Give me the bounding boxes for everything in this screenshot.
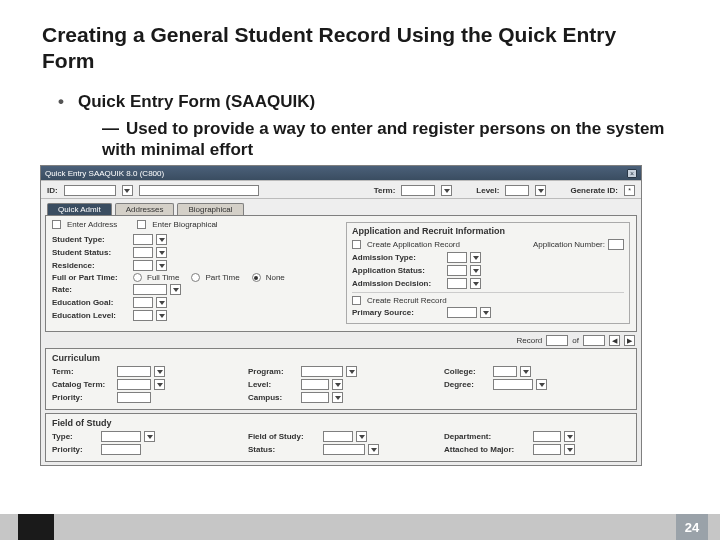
fos-status-lov-icon[interactable] [368,444,379,455]
tab-quick-admit[interactable]: Quick Admit [47,203,112,215]
id-lov-icon[interactable] [122,185,133,196]
record-total [583,335,605,346]
app-status-lov-icon[interactable] [470,265,481,276]
fos-field-lov-icon[interactable] [356,431,367,442]
fos-priority-label: Priority: [52,445,98,454]
close-icon[interactable]: × [627,169,637,178]
campus-lov-icon[interactable] [332,392,343,403]
student-status-label: Student Status: [52,248,130,257]
edu-level-lov-icon[interactable] [156,310,167,321]
prim-src-input[interactable] [447,307,477,318]
fos-attached-lov-icon[interactable] [564,444,575,455]
fos-type-lov-icon[interactable] [144,431,155,442]
residence-lov-icon[interactable] [156,260,167,271]
program-input[interactable] [301,366,343,377]
edu-level-label: Education Level: [52,311,130,320]
term-label: Term: [374,186,396,195]
edu-goal-lov-icon[interactable] [156,297,167,308]
student-status-input[interactable] [133,247,153,258]
level-lov-icon[interactable] [535,185,546,196]
id-input[interactable] [64,185,116,196]
college-input[interactable] [493,366,517,377]
residence-input[interactable] [133,260,153,271]
name-input[interactable] [139,185,259,196]
level-input[interactable] [505,185,529,196]
enter-bio-label: Enter Biographical [152,220,217,229]
edu-goal-input[interactable] [133,297,153,308]
window-titlebar: Quick Entry SAAQUIK 8.0 (C800) × [41,166,641,180]
program-lov-icon[interactable] [346,366,357,377]
key-block: ID: Term: Level: Generate ID: * [41,180,641,199]
fos-type-label: Type: [52,432,98,441]
enter-address-checkbox[interactable] [52,220,61,229]
create-recruit-checkbox[interactable] [352,296,361,305]
student-type-label: Student Type: [52,235,130,244]
campus-label: Campus: [248,393,298,402]
rate-lov-icon[interactable] [170,284,181,295]
quick-admit-panel: Enter Address Enter Biographical Student… [45,215,637,332]
edu-level-input[interactable] [133,310,153,321]
bullet-level-1: •Quick Entry Form (SAAQUIK) [58,92,678,112]
degree-lov-icon[interactable] [536,379,547,390]
bullet-level-2: —Used to provide a way to enter and regi… [102,118,678,161]
enter-address-label: Enter Address [67,220,117,229]
app-status-label: Application Status: [352,266,444,275]
prim-src-label: Primary Source: [352,308,444,317]
fos-type-input[interactable] [101,431,141,442]
curr-level-lov-icon[interactable] [332,379,343,390]
right-column: Application and Recruit Information Crea… [346,220,630,327]
rate-input[interactable] [133,284,167,295]
fos-status-input[interactable] [323,444,365,455]
curr-term-label: Term: [52,367,114,376]
student-type-input[interactable] [133,234,153,245]
adm-type-lov-icon[interactable] [470,252,481,263]
curr-level-input[interactable] [301,379,329,390]
generate-id-button[interactable]: * [624,185,635,196]
part-time-radio[interactable] [191,273,200,282]
slide-footer-bar [0,514,720,540]
create-app-label: Create Application Record [367,240,460,249]
fos-dept-label: Department: [444,432,530,441]
fos-priority-input[interactable] [101,444,141,455]
record-label: Record [517,336,543,345]
fos-field-input[interactable] [323,431,353,442]
record-current [546,335,568,346]
adm-type-input[interactable] [447,252,467,263]
tab-addresses[interactable]: Addresses [115,203,175,215]
next-record-icon[interactable]: ▶ [624,335,635,346]
term-lov-icon[interactable] [441,185,452,196]
tab-strip: Quick Admit Addresses Biographical [41,199,641,215]
student-status-lov-icon[interactable] [156,247,167,258]
prev-record-icon[interactable]: ◀ [609,335,620,346]
app-recruit-title: Application and Recruit Information [352,226,624,236]
term-input[interactable] [401,185,435,196]
prim-src-lov-icon[interactable] [480,307,491,318]
fos-dept-input[interactable] [533,431,561,442]
tab-biographical[interactable]: Biographical [177,203,243,215]
field-of-study-panel: Field of Study Type: Priority: Field of … [45,413,637,462]
fos-dept-lov-icon[interactable] [564,431,575,442]
bullet-1-text: Quick Entry Form (SAAQUIK) [78,92,315,111]
none-radio[interactable] [252,273,261,282]
full-time-radio[interactable] [133,273,142,282]
catalog-term-lov-icon[interactable] [154,379,165,390]
quick-entry-window: Quick Entry SAAQUIK 8.0 (C800) × ID: Ter… [40,165,642,466]
campus-input[interactable] [301,392,329,403]
adm-dec-input[interactable] [447,278,467,289]
app-status-input[interactable] [447,265,467,276]
enter-bio-checkbox[interactable] [137,220,146,229]
create-app-checkbox[interactable] [352,240,361,249]
program-label: Program: [248,367,298,376]
degree-input[interactable] [493,379,533,390]
catalog-term-input[interactable] [117,379,151,390]
app-number-input[interactable] [608,239,624,250]
curr-term-input[interactable] [117,366,151,377]
adm-dec-lov-icon[interactable] [470,278,481,289]
app-number-label: Application Number: [533,240,605,249]
residence-label: Residence: [52,261,130,270]
curr-term-lov-icon[interactable] [154,366,165,377]
curr-priority-input[interactable] [117,392,151,403]
college-lov-icon[interactable] [520,366,531,377]
fos-attached-input[interactable] [533,444,561,455]
student-type-lov-icon[interactable] [156,234,167,245]
